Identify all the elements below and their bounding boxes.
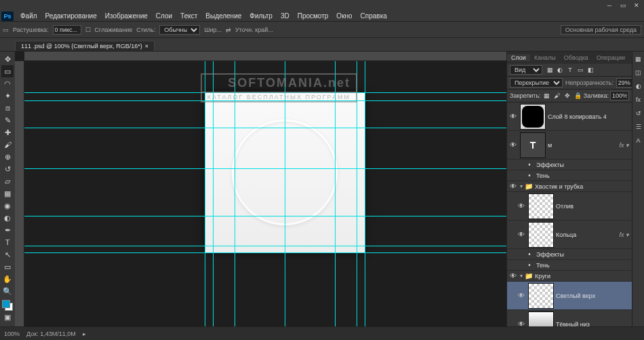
dock-adjustments-icon[interactable]: ◐ <box>634 81 643 91</box>
layer-thumbnail[interactable] <box>528 222 554 248</box>
tab-layers[interactable]: Слои <box>507 54 530 61</box>
fx-badge[interactable]: fx ▾ <box>619 142 629 149</box>
menu-window[interactable]: Окно <box>332 12 356 20</box>
viewport[interactable] <box>24 61 506 326</box>
zoom-value[interactable]: 100% <box>4 330 20 337</box>
status-arrow-icon[interactable]: ▸ <box>83 330 86 337</box>
guide[interactable] <box>24 128 506 128</box>
style-select[interactable]: Обычный <box>159 25 200 35</box>
quickmask-tool[interactable]: ▣ <box>1 311 14 323</box>
layer-row[interactable]: •Тень <box>507 170 632 181</box>
dock-properties-icon[interactable]: ☰ <box>634 122 643 132</box>
layer-row[interactable]: 👁Тёмный низ <box>507 310 632 326</box>
fill-input[interactable] <box>610 91 629 100</box>
maximize-button[interactable]: ▭ <box>617 1 629 10</box>
menu-select[interactable]: Выделение <box>201 12 245 20</box>
crop-tool[interactable]: ⧈ <box>1 102 14 114</box>
layer-row[interactable]: 👁Кольцаfx ▾ <box>507 221 632 249</box>
guide[interactable] <box>24 216 506 216</box>
dock-history-icon[interactable]: ↺ <box>634 109 643 118</box>
eyedropper-tool[interactable]: ✎ <box>1 114 14 126</box>
menu-text[interactable]: Текст <box>176 12 201 20</box>
filter-pixel-icon[interactable]: ▦ <box>545 65 555 75</box>
guide[interactable] <box>24 246 506 246</box>
menu-filter[interactable]: Фильтр <box>245 12 277 20</box>
path-tool[interactable]: ↖ <box>1 248 14 261</box>
guide[interactable] <box>24 92 506 93</box>
doc-size[interactable]: Док: 1,43M/11,0M <box>26 330 76 337</box>
visibility-icon[interactable]: 👁 <box>517 231 526 238</box>
layer-row[interactable]: 👁Tмfx ▾ <box>507 131 632 159</box>
layer-row[interactable]: 👁Отлив <box>507 192 632 221</box>
guide[interactable] <box>213 61 214 326</box>
tab-paths[interactable]: Обводка <box>560 54 592 61</box>
text-tool[interactable]: T <box>1 236 14 248</box>
filter-shape-icon[interactable]: ▭ <box>576 65 585 75</box>
lock-pixels-icon[interactable]: 🖌 <box>552 91 561 100</box>
ruler-vertical[interactable] <box>15 61 24 326</box>
guide[interactable] <box>235 61 235 326</box>
stamp-tool[interactable]: ⊕ <box>1 151 14 163</box>
refine-edge[interactable]: Уточн. край... <box>235 26 273 33</box>
menu-3d[interactable]: 3D <box>277 12 294 20</box>
layer-thumbnail[interactable] <box>520 104 546 130</box>
guide[interactable] <box>365 61 365 326</box>
canvas-area[interactable]: SOFTOMANIA.net КАТАЛОГ БЕСПЛАТНЫХ ПРОГРА… <box>15 52 506 326</box>
pen-tool[interactable]: ✒ <box>1 224 14 236</box>
eraser-tool[interactable]: ▱ <box>1 175 14 187</box>
shape-tool[interactable]: ▭ <box>1 261 14 273</box>
guide[interactable] <box>357 61 357 326</box>
guide[interactable] <box>24 252 506 253</box>
layer-filter[interactable]: Вид <box>510 65 542 75</box>
layer-row[interactable]: •Тень <box>507 260 632 271</box>
filter-adjust-icon[interactable]: ◐ <box>555 65 565 75</box>
dock-color-icon[interactable]: ▦ <box>634 54 643 64</box>
workspace-switcher[interactable]: Основная рабочая среда <box>561 25 641 35</box>
lock-transparency-icon[interactable]: ▦ <box>542 91 551 100</box>
menu-file[interactable]: Файл <box>16 12 41 20</box>
guide[interactable] <box>335 61 336 326</box>
fg-color[interactable] <box>2 300 10 308</box>
layer-row[interactable]: •Эффекты <box>507 159 632 170</box>
menu-view[interactable]: Просмотр <box>294 12 333 20</box>
close-button[interactable]: ✕ <box>630 1 643 10</box>
layer-row[interactable]: 👁▾📁Круги <box>507 271 632 282</box>
visibility-icon[interactable]: 👁 <box>517 292 526 299</box>
disclosure-icon[interactable]: ▾ <box>520 183 523 189</box>
tab-actions[interactable]: Операции <box>592 54 629 61</box>
blur-tool[interactable]: ◉ <box>1 200 14 212</box>
dodge-tool[interactable]: ◐ <box>1 212 14 224</box>
layer-thumbnail[interactable]: T <box>520 132 546 158</box>
menu-image[interactable]: Изображение <box>101 12 152 20</box>
dock-swatches-icon[interactable]: ◫ <box>634 68 643 77</box>
layer-row[interactable]: 👁Слой 8 копировать 4 <box>507 102 632 131</box>
menu-layers[interactable]: Слои <box>152 12 176 20</box>
filter-text-icon[interactable]: T <box>565 65 575 75</box>
lasso-tool[interactable]: ◠ <box>1 77 14 90</box>
document-tab[interactable]: 111 .psd @ 100% (Светлый верх, RGB/16*) … <box>15 41 155 51</box>
guide[interactable] <box>285 61 285 326</box>
layer-row[interactable]: 👁▾📁Хвостик и трубка <box>507 181 632 192</box>
tab-channels[interactable]: Каналы <box>530 54 560 61</box>
dock-styles-icon[interactable]: fx <box>634 95 643 105</box>
fx-badge[interactable]: fx ▾ <box>619 231 629 238</box>
magic-wand-tool[interactable]: ✦ <box>1 90 14 102</box>
guide[interactable] <box>24 168 506 169</box>
layer-thumbnail[interactable] <box>528 283 554 309</box>
dock-character-icon[interactable]: A <box>634 136 643 145</box>
blend-mode[interactable]: Перекрытие <box>510 78 563 88</box>
antialias-check[interactable]: ☐ <box>85 26 91 33</box>
marquee-tool[interactable]: ▭ <box>1 65 14 77</box>
visibility-icon[interactable]: 👁 <box>517 202 526 210</box>
layer-thumbnail[interactable] <box>528 311 554 327</box>
visibility-icon[interactable]: 👁 <box>508 141 518 149</box>
healing-tool[interactable]: ✚ <box>1 126 14 138</box>
lock-all-icon[interactable]: 🔒 <box>573 91 582 100</box>
visibility-icon[interactable]: 👁 <box>508 183 518 190</box>
zoom-tool[interactable]: 🔍 <box>1 285 14 297</box>
visibility-icon[interactable]: 👁 <box>508 113 518 120</box>
disclosure-icon[interactable]: ▾ <box>520 273 523 279</box>
history-brush-tool[interactable]: ↺ <box>1 163 14 175</box>
visibility-icon[interactable]: 👁 <box>517 320 526 326</box>
filter-smart-icon[interactable]: ◧ <box>586 65 595 75</box>
